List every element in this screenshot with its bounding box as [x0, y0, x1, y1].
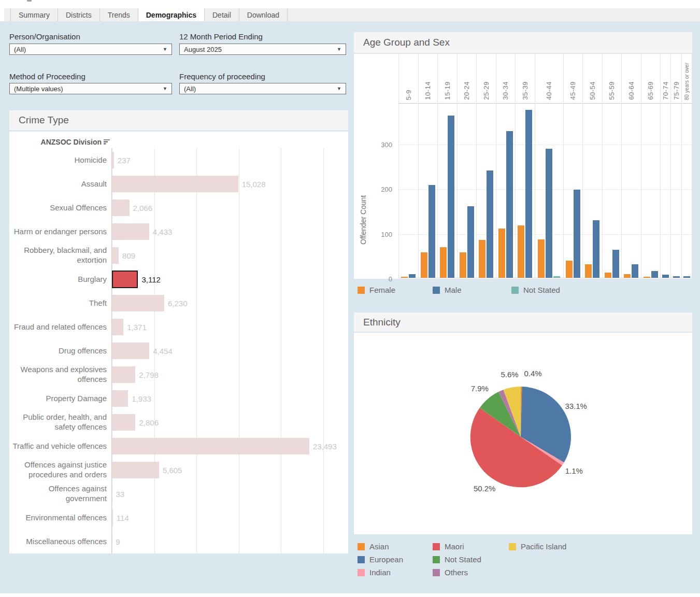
crime-category-label[interactable]: Public order, health, and safety offence… — [9, 410, 111, 434]
crime-bar[interactable] — [112, 390, 128, 407]
age-group-label[interactable]: 10-14 — [424, 81, 432, 100]
legend-item-european[interactable]: European — [358, 553, 433, 566]
age-bar-male[interactable] — [506, 131, 513, 278]
crime-category-label[interactable]: Environmental offences — [9, 506, 111, 530]
crime-bar[interactable] — [112, 223, 149, 240]
age-bar-female[interactable] — [644, 277, 650, 278]
age-group-label[interactable]: 25-29 — [482, 81, 490, 100]
crime-category-label[interactable]: Homicide — [9, 148, 111, 172]
legend-item-indian[interactable]: Indian — [358, 566, 433, 579]
age-group-label[interactable]: 45-49 — [569, 81, 577, 100]
tab-districts[interactable]: Districts — [58, 8, 100, 21]
crime-category-label[interactable]: Offences against government — [9, 482, 111, 506]
tab-download[interactable]: Download — [239, 8, 288, 21]
crime-category-label[interactable]: Fraud and related offences — [9, 315, 111, 339]
age-bar-male[interactable] — [467, 206, 474, 278]
crime-bar[interactable] — [112, 152, 114, 168]
crime-category-label[interactable]: Burglary — [9, 267, 111, 291]
crime-bar[interactable] — [112, 343, 149, 359]
age-group-label[interactable]: 30-34 — [502, 81, 509, 100]
age-group-label[interactable]: 60-64 — [627, 81, 635, 100]
crime-category-label[interactable]: Weapons and explosives offences — [9, 363, 111, 387]
tab-detail[interactable]: Detail — [205, 8, 239, 21]
crime-bar[interactable] — [112, 295, 164, 311]
sort-descending-icon[interactable] — [104, 138, 110, 147]
age-bar-female[interactable] — [479, 240, 485, 278]
age-bar-female[interactable] — [518, 225, 524, 278]
age-bar-male[interactable] — [428, 185, 435, 278]
age-group-label[interactable]: 65-69 — [647, 81, 654, 100]
age-bar-male[interactable] — [448, 116, 454, 278]
age-group-label[interactable]: 40-44 — [545, 81, 553, 100]
age-group-label[interactable]: 20-24 — [463, 81, 470, 100]
person-organisation-dropdown[interactable]: (All) ▼ — [9, 44, 172, 55]
legend-item-pacific-island[interactable]: Pacific Island — [509, 540, 566, 553]
tab-demographics[interactable]: Demographics — [138, 8, 205, 21]
age-bar-male[interactable] — [525, 110, 532, 278]
age-bar-male[interactable] — [612, 250, 619, 278]
crime-bar[interactable] — [112, 200, 130, 216]
crime-category-label[interactable]: Assault — [9, 172, 111, 196]
age-bar-female[interactable] — [538, 239, 545, 278]
crime-bar[interactable] — [112, 438, 309, 454]
age-group-label[interactable]: 75-79 — [673, 81, 680, 100]
crime-bar[interactable] — [112, 247, 119, 264]
age-bar-male[interactable] — [593, 220, 599, 278]
age-group-label[interactable]: 15-19 — [444, 81, 451, 100]
age-group-label[interactable]: 80 years or over — [684, 63, 690, 100]
crime-category-label[interactable]: Theft — [9, 291, 111, 315]
age-group-label[interactable]: 35-39 — [521, 81, 529, 100]
age-bar-female[interactable] — [566, 261, 573, 278]
crime-category-label[interactable]: Offences against justice procedures and … — [9, 458, 111, 482]
tab-summary[interactable]: Summary — [11, 8, 58, 21]
legend-item-not-stated[interactable]: Not Stated — [511, 286, 560, 294]
age-bar-female[interactable] — [605, 273, 611, 278]
anzsoc-division-column-header[interactable]: ANZSOC Division — [9, 138, 111, 147]
legend-item-female[interactable]: Female — [358, 286, 433, 294]
crime-bar[interactable] — [112, 366, 135, 383]
age-group-label[interactable]: 70-74 — [662, 81, 669, 100]
age-bar-male[interactable] — [632, 264, 638, 278]
crime-bar[interactable] — [112, 414, 135, 431]
crime-category-label[interactable]: Harm or endanger persons — [9, 220, 111, 244]
age-bar-male[interactable] — [546, 149, 552, 278]
frequency-of-proceeding-dropdown[interactable]: (All) ▼ — [179, 83, 346, 94]
age-bar-male[interactable] — [662, 275, 669, 278]
age-bar-male[interactable] — [487, 170, 493, 278]
legend-item-others[interactable]: Others — [433, 566, 509, 579]
crime-category-label[interactable]: Sexual Offences — [9, 196, 111, 220]
age-bar-female[interactable] — [624, 274, 631, 278]
crime-category-label[interactable]: Robbery, blackmail, and extortion — [9, 244, 111, 267]
tab-trends[interactable]: Trends — [100, 8, 138, 21]
period-ending-dropdown[interactable]: August 2025 ▼ — [179, 44, 346, 55]
method-of-proceeding-dropdown[interactable]: (Multiple values) ▼ — [9, 83, 172, 94]
crime-bar-selected[interactable] — [112, 271, 138, 288]
age-bar-male[interactable] — [673, 276, 680, 278]
age-group-label[interactable]: 5-9 — [405, 90, 412, 100]
age-group-label[interactable]: 55-59 — [608, 81, 616, 100]
crime-category-label[interactable]: Property Damage — [9, 387, 111, 410]
crime-bar[interactable] — [112, 486, 112, 502]
age-bar-female[interactable] — [421, 252, 427, 278]
age-bar-female[interactable] — [440, 247, 447, 278]
age-bar-female[interactable] — [585, 264, 592, 278]
crime-bar[interactable] — [112, 509, 113, 526]
age-bar-female[interactable] — [498, 229, 505, 278]
legend-item-not-stated[interactable]: Not Stated — [433, 553, 509, 566]
legend-item-asian[interactable]: Asian — [358, 540, 433, 553]
age-bar-male[interactable] — [574, 190, 580, 278]
crime-bar[interactable] — [112, 462, 159, 478]
age-bar-female[interactable] — [460, 252, 466, 278]
crime-bar[interactable] — [112, 176, 238, 192]
age-bar-male[interactable] — [409, 274, 416, 278]
age-group-label[interactable]: 50-54 — [589, 81, 596, 100]
crime-category-label[interactable]: Drug offences — [9, 339, 111, 363]
crime-bar[interactable] — [112, 319, 123, 335]
age-bar-female[interactable] — [401, 277, 408, 278]
crime-category-label[interactable]: Miscellaneous offences — [9, 530, 111, 553]
age-bar-male[interactable] — [683, 276, 690, 278]
age-bar-male[interactable] — [651, 271, 658, 278]
crime-category-label[interactable]: Traffic and vehicle offences — [9, 434, 111, 458]
legend-item-male[interactable]: Male — [433, 286, 511, 294]
age-bar-not-stated[interactable] — [553, 276, 560, 278]
